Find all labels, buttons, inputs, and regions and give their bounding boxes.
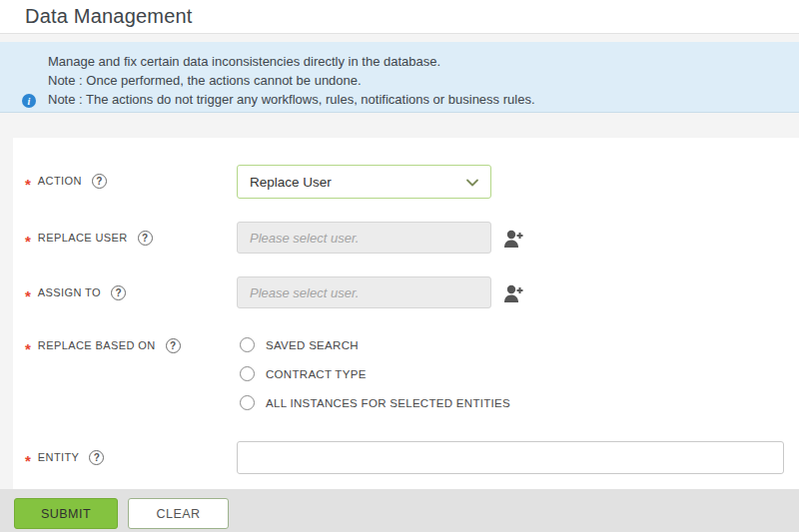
required-marker: * [25, 291, 31, 301]
data-management-form: * ACTION ? Replace User * REPLACE USER ?… [13, 138, 799, 489]
page-title: Data Management [25, 5, 193, 28]
page-header: Data Management [0, 0, 799, 34]
radio-icon [240, 337, 255, 352]
banner-line-1: Manage and fix certain data inconsistenc… [48, 52, 783, 71]
replace-based-on-label: * REPLACE BASED ON ? [25, 333, 181, 357]
required-marker: * [25, 344, 31, 354]
add-user-icon[interactable] [501, 281, 525, 305]
radio-all-instances[interactable]: ALL INSTANCES FOR SELECTED ENTITIES [240, 395, 510, 410]
banner-line-3: Note : The actions do not trigger any wo… [48, 90, 783, 109]
radio-icon [240, 366, 255, 381]
assign-to-label: * ASSIGN TO ? [25, 280, 126, 304]
action-select[interactable]: Replace User [237, 165, 491, 199]
required-marker: * [25, 456, 31, 466]
action-select-value: Replace User [250, 175, 332, 190]
chevron-down-icon [465, 176, 479, 193]
help-icon[interactable]: ? [111, 285, 126, 300]
clear-button[interactable]: CLEAR [128, 498, 229, 529]
radio-contract-type[interactable]: CONTRACT TYPE [240, 366, 367, 381]
info-icon: i [22, 94, 36, 108]
required-marker: * [25, 237, 31, 247]
replace-user-input[interactable] [237, 222, 491, 254]
submit-button[interactable]: SUBMIT [14, 498, 118, 529]
replace-user-label: * REPLACE USER ? [25, 226, 153, 250]
required-marker: * [25, 180, 31, 190]
add-user-icon[interactable] [501, 227, 525, 251]
help-icon[interactable]: ? [89, 450, 104, 465]
help-icon[interactable]: ? [166, 338, 181, 353]
radio-saved-search[interactable]: SAVED SEARCH [240, 337, 359, 352]
info-banner: i Manage and fix certain data inconsiste… [0, 42, 799, 113]
entity-input[interactable] [237, 441, 784, 474]
help-icon[interactable]: ? [92, 174, 107, 189]
footer-bar: SUBMIT CLEAR [0, 489, 799, 532]
assign-to-input[interactable] [237, 276, 491, 308]
help-icon[interactable]: ? [138, 231, 153, 246]
radio-icon [240, 395, 255, 410]
action-label: * ACTION ? [25, 169, 107, 193]
entity-label: * ENTITY ? [25, 445, 104, 469]
banner-line-2: Note : Once performed, the actions canno… [48, 71, 783, 90]
